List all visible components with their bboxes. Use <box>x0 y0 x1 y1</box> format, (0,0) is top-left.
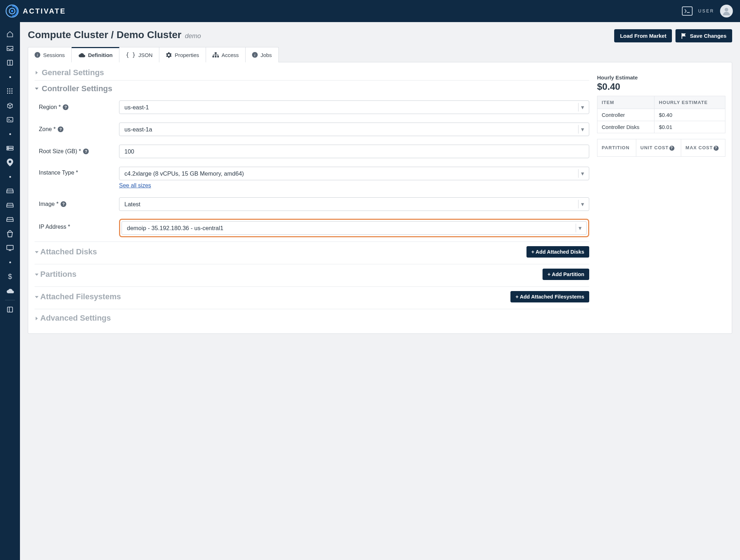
breadcrumb-name: Demo Cluster <box>117 29 181 40</box>
sidebar-package-icon[interactable] <box>0 98 20 113</box>
tab-jobs[interactable]: iJobs <box>246 47 279 62</box>
ip-address-select[interactable]: demoip - 35.192.180.36 - us-central1 ▾ <box>122 221 587 235</box>
brand-logo[interactable]: ACTIVATE <box>5 4 66 18</box>
sidebar-grid-icon[interactable] <box>0 84 20 98</box>
info-icon: i <box>35 52 40 58</box>
sidebar-drive2-icon[interactable] <box>0 198 20 212</box>
sidebar-bucket-icon[interactable] <box>0 227 20 241</box>
chevron-down-icon: ▾ <box>576 224 584 232</box>
save-changes-button[interactable]: Save Changes <box>675 29 732 42</box>
sidebar-drive1-icon[interactable] <box>0 184 20 198</box>
section-attached-disks[interactable]: Attached Disks <box>35 247 97 256</box>
chevron-down-icon: ▾ <box>578 200 587 208</box>
sidebar-desktop-icon[interactable] <box>0 241 20 255</box>
cloud-icon <box>78 52 85 57</box>
flag-icon <box>681 33 687 39</box>
help-icon[interactable]: ? <box>58 126 63 132</box>
chevron-down-icon: ▾ <box>578 169 587 178</box>
section-attached-filesystems[interactable]: Attached Filesystems <box>35 292 121 301</box>
section-general-settings[interactable]: General Settings <box>35 64 589 80</box>
load-from-market-button[interactable]: Load From Market <box>614 29 672 42</box>
svg-rect-37 <box>217 56 219 58</box>
help-icon[interactable]: ? <box>669 146 674 151</box>
estimate2-col-partition: PARTITION <box>597 139 636 157</box>
svg-line-17 <box>10 104 12 105</box>
label-zone: Zone * <box>39 126 56 133</box>
sidebar-billing-icon[interactable]: $ <box>0 269 20 284</box>
ip-highlight: demoip - 35.192.180.36 - us-central1 ▾ <box>119 219 589 237</box>
sidebar-dot-3 <box>0 170 20 184</box>
instance-type-select[interactable]: c4.2xlarge (8 vCPUs, 15 GB Memory, amd64… <box>119 167 589 180</box>
svg-rect-32 <box>7 307 12 312</box>
svg-point-4 <box>725 8 728 11</box>
zone-select[interactable]: us-east-1a ▾ <box>119 123 589 136</box>
svg-rect-11 <box>9 90 10 92</box>
add-attached-disks-button[interactable]: + Add Attached Disks <box>526 246 589 258</box>
estimate-row: Controller $0.40 <box>597 109 725 121</box>
terminal-icon[interactable] <box>682 6 693 16</box>
image-select[interactable]: Latest ▾ <box>119 197 589 211</box>
chevron-down-icon: ▾ <box>578 125 587 134</box>
svg-rect-34 <box>215 52 216 54</box>
help-icon[interactable]: ? <box>714 146 719 151</box>
definition-panel: General Settings Controller Settings Reg… <box>28 62 732 334</box>
tab-access[interactable]: Access <box>206 47 246 62</box>
sidebar-cloud-icon[interactable] <box>0 284 20 298</box>
chevron-down-icon <box>35 270 39 279</box>
info-icon: i <box>252 52 258 58</box>
svg-rect-19 <box>7 118 13 122</box>
region-select[interactable]: us-east-1 ▾ <box>119 100 589 114</box>
svg-point-25 <box>9 161 11 163</box>
estimate2-col-max: MAX COST? <box>681 139 725 157</box>
estimate-col-item: ITEM <box>597 96 654 109</box>
svg-line-16 <box>7 104 10 105</box>
estimate-title: Hourly Estimate <box>597 74 725 81</box>
sidebar-inbox-icon[interactable] <box>0 41 20 56</box>
sidebar-server-icon[interactable] <box>0 141 20 155</box>
help-icon[interactable]: ? <box>83 149 89 154</box>
sidebar-home-icon[interactable] <box>0 27 20 41</box>
see-all-sizes-link[interactable]: See all sizes <box>119 182 151 188</box>
svg-rect-10 <box>7 90 8 92</box>
section-advanced-settings[interactable]: Advanced Settings <box>35 313 111 323</box>
sidebar-drive3-icon[interactable] <box>0 212 20 227</box>
chevron-right-icon <box>35 71 40 75</box>
label-image: Image * <box>39 201 58 207</box>
section-partitions[interactable]: Partitions <box>35 270 76 279</box>
tab-properties[interactable]: Properties <box>159 47 206 62</box>
help-icon[interactable]: ? <box>63 104 68 110</box>
sidebar-terminal-icon[interactable] <box>0 113 20 127</box>
sidebar-location-icon[interactable] <box>0 155 20 170</box>
sidebar-collapse-icon[interactable] <box>0 302 20 317</box>
section-controller-settings[interactable]: Controller Settings <box>35 81 589 96</box>
add-attached-filesystems-button[interactable]: + Add Attached Filesystems <box>510 291 589 302</box>
sidebar-panel-icon[interactable] <box>0 56 20 70</box>
chevron-right-icon <box>35 313 39 323</box>
label-region: Region * <box>39 104 61 110</box>
svg-rect-35 <box>212 56 214 58</box>
svg-rect-13 <box>7 93 8 94</box>
estimate-panel: Hourly Estimate $0.40 ITEM HOURLY ESTIMA… <box>597 64 725 326</box>
tab-definition[interactable]: Definition <box>72 47 119 62</box>
tabs: iSessions Definition { }JSON Properties … <box>28 47 732 62</box>
chevron-down-icon <box>35 87 40 91</box>
tab-json[interactable]: { }JSON <box>119 47 159 62</box>
svg-rect-9 <box>11 88 12 89</box>
label-root-size: Root Size (GB) * <box>39 148 81 155</box>
tab-sessions[interactable]: iSessions <box>28 47 72 62</box>
add-partition-button[interactable]: + Add Partition <box>543 269 589 280</box>
help-icon[interactable]: ? <box>61 201 66 207</box>
sidebar-dot-4 <box>0 255 20 269</box>
estimate-col-hourly: HOURLY ESTIMATE <box>654 96 725 109</box>
root-size-input[interactable]: 100 <box>119 145 589 158</box>
top-bar: ACTIVATE USER <box>0 0 740 22</box>
svg-point-2 <box>11 10 13 12</box>
avatar[interactable] <box>720 5 733 17</box>
braces-icon: { } <box>126 52 135 58</box>
sidebar-dot-2 <box>0 127 20 141</box>
chevron-down-icon: ▾ <box>578 103 587 112</box>
svg-rect-36 <box>215 56 216 58</box>
label-ip-address: IP Address * <box>39 224 70 230</box>
svg-rect-7 <box>7 88 8 89</box>
sidebar-divider <box>5 300 15 300</box>
